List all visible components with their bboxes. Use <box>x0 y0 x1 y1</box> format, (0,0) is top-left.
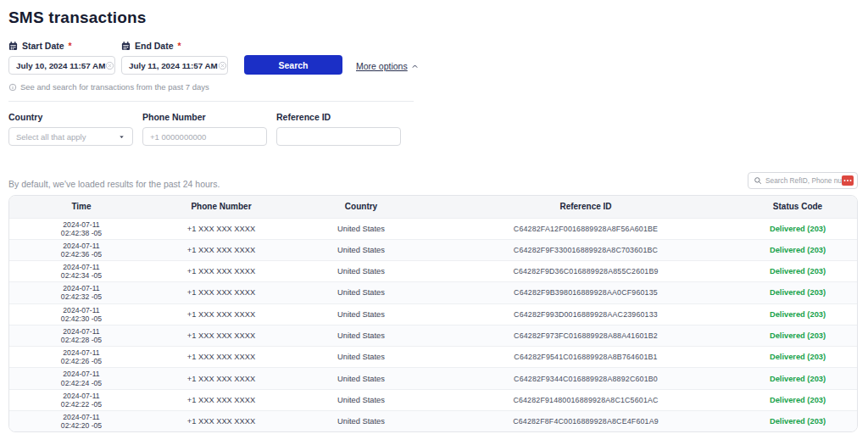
column-header-reference-id: Reference ID <box>433 196 738 218</box>
column-header-country: Country <box>289 196 433 218</box>
reference-id-field: Reference ID <box>276 112 401 146</box>
sms-transactions-page: SMS transactions Start Date * July 10, 2… <box>0 0 868 434</box>
phone-input[interactable] <box>142 127 267 146</box>
search-icon <box>754 176 762 185</box>
end-date-field: End Date * July 11, 2024 11:57 AM <box>121 41 228 75</box>
time-cell: 2024-07-1102:42:20 -05 <box>9 411 153 432</box>
reference-id-cell: C64282F91480016889928A8C1C5601AC <box>433 389 738 410</box>
country-select[interactable]: Select all that apply <box>8 127 133 146</box>
status-code-cell: Delivered (203) <box>738 368 857 389</box>
status-code-cell: Delivered (203) <box>738 411 857 432</box>
status-code-cell: Delivered (203) <box>738 261 857 282</box>
table-row: 2024-07-1102:42:28 -05+1 XXX XXX XXXXUni… <box>9 325 857 346</box>
country-cell: United States <box>289 239 433 260</box>
phone-cell: +1 XXX XXX XXXX <box>153 218 289 239</box>
table-row: 2024-07-1102:42:30 -05+1 XXX XXX XXXXUni… <box>9 303 857 325</box>
reference-id-cell: C64282F8F4C0016889928A8CE4F601A9 <box>433 411 738 432</box>
status-code-cell: Delivered (203) <box>738 239 857 260</box>
time-cell: 2024-07-1102:42:30 -05 <box>9 303 153 325</box>
time-cell: 2024-07-1102:42:36 -05 <box>9 239 153 260</box>
date-filter-row: Start Date * July 10, 2024 11:57 AM End … <box>8 41 858 75</box>
phone-label: Phone Number <box>142 112 267 122</box>
reference-id-cell: C64282F993D0016889928AAC23960133 <box>433 303 738 325</box>
phone-cell: +1 XXX XXX XXXX <box>153 239 289 260</box>
clear-icon[interactable] <box>218 61 227 70</box>
end-date-label-text: End Date <box>135 41 174 51</box>
country-label: Country <box>8 112 133 122</box>
country-cell: United States <box>289 282 433 303</box>
start-date-field: Start Date * July 10, 2024 11:57 AM <box>8 41 115 75</box>
time-cell: 2024-07-1102:42:28 -05 <box>9 325 153 346</box>
results-bar: By default, we've loaded results for the… <box>8 172 858 189</box>
country-cell: United States <box>289 325 433 346</box>
time-cell: 2024-07-1102:42:32 -05 <box>9 282 153 303</box>
reference-id-cell: C64282F973FC016889928A88A41601B2 <box>433 325 738 346</box>
phone-cell: +1 XXX XXX XXXX <box>153 411 289 432</box>
reference-id-cell: C64282F9B398016889928AA0CF960135 <box>433 282 738 303</box>
required-asterisk: * <box>178 41 181 51</box>
table-row: 2024-07-1102:42:26 -05+1 XXX XXX XXXXUni… <box>9 347 857 368</box>
reference-id-cell: C64282FA12F0016889928A8F56A601BE <box>433 218 738 239</box>
time-cell: 2024-07-1102:42:26 -05 <box>9 347 153 368</box>
page-title: SMS transactions <box>8 8 858 27</box>
table-row: 2024-07-1102:42:36 -05+1 XXX XXX XXXXUni… <box>9 239 857 260</box>
country-cell: United States <box>289 389 433 410</box>
time-cell: 2024-07-1102:42:38 -05 <box>9 218 153 239</box>
table-row: 2024-07-1102:42:24 -05+1 XXX XXX XXXXUni… <box>9 368 857 389</box>
country-cell: United States <box>289 261 433 282</box>
table-row: 2024-07-1102:42:32 -05+1 XXX XXX XXXXUni… <box>9 282 857 303</box>
country-cell: United States <box>289 347 433 368</box>
more-options-link[interactable]: More options <box>356 61 419 71</box>
end-date-label: End Date * <box>121 41 228 51</box>
phone-cell: +1 XXX XXX XXXX <box>153 325 289 346</box>
country-cell: United States <box>289 218 433 239</box>
table-header: Time Phone Number Country Reference ID S… <box>9 196 857 218</box>
date-range-hint: See and search for transactions from the… <box>8 82 858 92</box>
phone-cell: +1 XXX XXX XXXX <box>153 261 289 282</box>
time-cell: 2024-07-1102:42:24 -05 <box>9 368 153 389</box>
table-row: 2024-07-1102:42:38 -05+1 XXX XXX XXXXUni… <box>9 218 857 239</box>
chevron-down-icon <box>118 133 125 141</box>
table-search-placeholder: Search RefID, Phone number, Status... <box>765 176 843 185</box>
phone-cell: +1 XXX XXX XXXX <box>153 347 289 368</box>
country-select-placeholder: Select all that apply <box>16 132 86 142</box>
text-cursor-badge <box>842 175 854 186</box>
reference-id-cell: C64282F9541C016889928A8B764601B1 <box>433 347 738 368</box>
chevron-up-icon <box>411 63 419 70</box>
info-icon <box>8 83 17 92</box>
start-date-value: July 10, 2024 11:57 AM <box>16 61 105 70</box>
phone-cell: +1 XXX XXX XXXX <box>153 368 289 389</box>
status-code-cell: Delivered (203) <box>738 325 857 346</box>
table-row: 2024-07-1102:42:20 -05+1 XXX XXX XXXXUni… <box>9 411 857 432</box>
status-code-cell: Delivered (203) <box>738 347 857 368</box>
clear-icon[interactable] <box>105 61 114 70</box>
phone-cell: +1 XXX XXX XXXX <box>153 389 289 410</box>
more-filters-row: Country Select all that apply Phone Numb… <box>8 112 858 146</box>
country-cell: United States <box>289 411 433 432</box>
calendar-icon <box>121 42 131 51</box>
reference-id-cell: C64282F9F330016889928A8C703601BC <box>433 239 738 260</box>
table-body: 2024-07-1102:42:38 -05+1 XXX XXX XXXXUni… <box>9 218 857 431</box>
reference-id-label: Reference ID <box>276 112 401 122</box>
end-date-input[interactable]: July 11, 2024 11:57 AM <box>121 56 228 75</box>
table-search-input[interactable]: Search RefID, Phone number, Status... <box>748 172 858 189</box>
phone-cell: +1 XXX XXX XXXX <box>153 282 289 303</box>
start-date-label-text: Start Date <box>22 41 64 51</box>
time-cell: 2024-07-1102:42:34 -05 <box>9 261 153 282</box>
default-note: By default, we've loaded results for the… <box>8 179 220 189</box>
country-cell: United States <box>289 303 433 325</box>
phone-field: Phone Number <box>142 112 267 146</box>
start-date-input[interactable]: July 10, 2024 11:57 AM <box>8 56 115 75</box>
reference-id-input[interactable] <box>276 127 401 146</box>
time-cell: 2024-07-1102:42:22 -05 <box>9 389 153 410</box>
reference-id-cell: C64282F9344C016889928A8892C601B0 <box>433 368 738 389</box>
more-options-label: More options <box>356 61 408 71</box>
hint-text: See and search for transactions from the… <box>20 82 209 92</box>
column-header-phone: Phone Number <box>153 196 289 218</box>
calendar-icon <box>8 42 18 51</box>
column-header-status-code: Status Code <box>738 196 857 218</box>
search-button[interactable]: Search <box>244 55 342 75</box>
status-code-cell: Delivered (203) <box>738 389 857 410</box>
end-date-value: July 11, 2024 11:57 AM <box>129 61 218 70</box>
status-code-cell: Delivered (203) <box>738 303 857 325</box>
